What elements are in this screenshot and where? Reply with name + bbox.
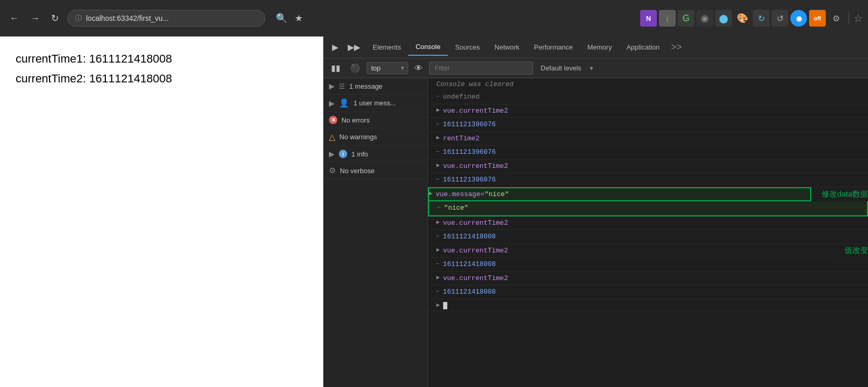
- entry-text: vue.currentTime2: [443, 218, 508, 228]
- console-input-line[interactable]: ▶: [428, 299, 868, 312]
- sidebar-item-messages[interactable]: ▶ ☰ 1 message: [324, 78, 427, 94]
- entry-text: 1611121396076: [443, 175, 496, 185]
- entry-arrow-right[interactable]: ▶: [436, 218, 440, 227]
- entry-vuemessage: vue.message="nice": [436, 189, 509, 200]
- tab-elements[interactable]: Elements: [365, 39, 408, 55]
- sidebar-item-errors[interactable]: ✕ No errors: [324, 112, 427, 128]
- console-entry: ← 1611121396076: [428, 173, 868, 187]
- entry-text: 1611121396076: [443, 147, 496, 158]
- divider: [849, 12, 849, 25]
- entry-with-comment: ▶ vue.currentTime2 值改变: [428, 244, 868, 258]
- sidebar-verbose-icon: ⚙: [329, 166, 336, 175]
- sidebar-item-user-messages[interactable]: ▶ 👤 1 user mess...: [324, 94, 427, 112]
- console-entry: ← undefined: [428, 90, 868, 104]
- dots-ext[interactable]: ◉: [696, 10, 713, 27]
- puzzle-ext[interactable]: ⚙: [828, 10, 845, 27]
- clear-console-button[interactable]: ⚫: [347, 61, 363, 75]
- sidebar-item-warnings[interactable]: △ No warnings: [324, 128, 427, 146]
- highlighted-section-2: ← "nice": [428, 201, 868, 216]
- tab-sources[interactable]: Sources: [448, 39, 487, 55]
- back-button[interactable]: ←: [5, 11, 23, 26]
- entry-arrow-right[interactable]: ▶: [436, 273, 440, 282]
- console-cleared: Console was cleared: [428, 78, 868, 90]
- onenote-ext[interactable]: N: [640, 10, 657, 27]
- browser-extensions: N i G ◉ ⬤ 🎨 ↻ ↺ ◉ off ⚙ ☆: [640, 10, 863, 27]
- context-select[interactable]: top: [366, 62, 408, 74]
- console-entry: ▶ vue.currentTime2: [428, 216, 868, 231]
- device-toolbar-button[interactable]: ▶▶: [344, 40, 364, 54]
- off-ext[interactable]: off: [809, 10, 826, 27]
- filter-input[interactable]: [429, 62, 533, 75]
- console-sidebar: ▶ ☰ 1 message ▶ 👤 1 user mess... ✕ No er…: [324, 78, 428, 387]
- circle-ext[interactable]: ⬤: [715, 10, 732, 27]
- info-icon: ⓘ: [75, 14, 82, 23]
- record-ext[interactable]: ◉: [790, 10, 807, 27]
- entry-text: 1611121418008: [443, 232, 496, 242]
- entry-arrow-right[interactable]: ▶: [436, 106, 440, 115]
- sidebar-info-arrow: ▶: [329, 150, 335, 158]
- nav-buttons: ← → ↻: [5, 10, 63, 26]
- bookmark-icon[interactable]: ★: [292, 10, 305, 26]
- sidebar-item-verbose[interactable]: ⚙ No verbose: [324, 162, 427, 179]
- sidebar-item-info[interactable]: ▶ i 1 info: [324, 146, 427, 162]
- more-tabs-button[interactable]: >>: [667, 40, 686, 55]
- entry-arrow-right[interactable]: ▶: [436, 134, 440, 142]
- highlighted-section: ▶ vue.message="nice" 修改data数据: [428, 187, 868, 202]
- toolbar-icons: 🔍 ★: [274, 10, 305, 26]
- address-text: localhost:63342/first_vu...: [86, 14, 258, 22]
- console-entry: ← 1611121418008: [428, 230, 868, 244]
- tab-application[interactable]: Application: [619, 39, 667, 55]
- grammarly-ext[interactable]: G: [678, 10, 694, 27]
- favorites-star[interactable]: ☆: [853, 12, 863, 25]
- entry-arrow-right[interactable]: ▶: [436, 246, 440, 255]
- devtools-tabs: Elements Console Sources Network Perform…: [365, 39, 686, 56]
- sidebar-warnings-icon: △: [329, 132, 335, 142]
- entry-text: rentTime2: [443, 134, 480, 144]
- tab-network[interactable]: Network: [487, 39, 527, 55]
- tab-memory[interactable]: Memory: [580, 39, 619, 55]
- sidebar-toggle-button[interactable]: ▮▮: [328, 61, 344, 75]
- refresh-button[interactable]: ↻: [47, 10, 63, 26]
- forward-button[interactable]: →: [26, 11, 44, 26]
- console-entry: ← 1611121396076: [428, 118, 868, 132]
- sidebar-errors-label: No errors: [341, 116, 422, 124]
- current-time2: currentTime2: 1611121418008: [16, 72, 308, 86]
- sidebar-errors-icon: ✕: [329, 116, 337, 124]
- back-ext[interactable]: ↺: [772, 10, 788, 27]
- entry-text: 1611121418008: [443, 259, 496, 270]
- console-body: ▶ ☰ 1 message ▶ 👤 1 user mess... ✕ No er…: [324, 78, 868, 387]
- comment-zhigaibian: 值改变: [845, 246, 868, 256]
- main-area: currentTime1: 1611121418008 currentTime2…: [0, 37, 868, 387]
- colors-ext[interactable]: 🎨: [734, 10, 751, 27]
- entry-arrow-left: ←: [436, 92, 440, 101]
- entry-arrow-left: ←: [436, 147, 440, 156]
- context-select-wrapper: top ▼: [366, 62, 408, 74]
- entry-text: 1611121418008: [443, 287, 496, 297]
- entry-arrow-right[interactable]: ▶: [429, 189, 433, 198]
- devtools-toolbar: ▶ ▶▶ Elements Console Sources Network Pe…: [324, 37, 868, 58]
- inspect-element-button[interactable]: ▶: [328, 40, 343, 54]
- default-levels-button[interactable]: Default levels: [536, 62, 585, 74]
- search-icon[interactable]: 🔍: [274, 10, 289, 26]
- console-entry: ▶ vue.currentTime2: [428, 160, 868, 174]
- refresh2-ext[interactable]: ↻: [753, 10, 769, 27]
- entry-cursor-arrow: ▶: [436, 301, 440, 310]
- entry-arrow-right[interactable]: ▶: [436, 161, 440, 170]
- sidebar-messages-label: 1 message: [349, 82, 422, 90]
- tab-performance[interactable]: Performance: [527, 39, 580, 55]
- cursor-blink: [443, 302, 447, 309]
- i-ext[interactable]: i: [659, 10, 676, 27]
- entry-text: 1611121396076: [443, 119, 496, 130]
- console-output[interactable]: Console was cleared ← undefined ▶ vue.cu…: [428, 78, 868, 387]
- sidebar-usermsg-arrow: ▶: [329, 99, 335, 107]
- eye-button[interactable]: 👁: [411, 62, 426, 75]
- entry-text: vue.currentTime2: [443, 106, 508, 116]
- entry-nice: "nice": [444, 203, 469, 213]
- entry-text: vue.currentTime2: [443, 273, 508, 284]
- entry-text: vue.currentTime2: [443, 161, 508, 172]
- console-entry-highlight1: ▶ vue.message="nice": [428, 187, 811, 202]
- address-bar[interactable]: ⓘ localhost:63342/first_vu...: [67, 10, 265, 27]
- console-entry: ▶ rentTime2: [428, 132, 868, 146]
- tab-console[interactable]: Console: [408, 39, 448, 56]
- current-time1: currentTime1: 1611121418008: [16, 52, 308, 66]
